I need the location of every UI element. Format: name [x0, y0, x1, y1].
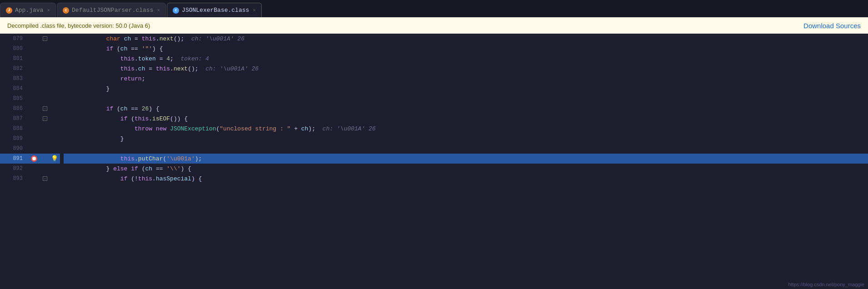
- bulb-890: [49, 144, 60, 154]
- gutter-892: [27, 164, 41, 174]
- bulb-887: [49, 114, 60, 124]
- class-blue-icon: C: [173, 7, 179, 14]
- fold-marker-879[interactable]: −: [43, 36, 47, 41]
- tab-app-java-close[interactable]: ×: [47, 8, 50, 13]
- gutter-891: [27, 154, 41, 164]
- info-bar: Decompiled .class file, bytecode version…: [0, 17, 868, 34]
- line-885: 885: [0, 94, 27, 104]
- fold-889: [41, 134, 49, 144]
- fold-890: [41, 144, 49, 154]
- bulb-886: [49, 104, 60, 114]
- line-886: 886: [0, 104, 27, 114]
- code-line-886: if (ch == 26) {: [64, 104, 868, 114]
- code-line-888: throw new JSONException("unclosed string…: [64, 124, 868, 134]
- bulb-879: [49, 34, 60, 44]
- gutter-886: [27, 104, 41, 114]
- fold-887: −: [41, 114, 49, 124]
- bulb-882: [49, 64, 60, 74]
- fold-marker-893[interactable]: −: [43, 176, 47, 181]
- code-line-885: [64, 94, 868, 104]
- bulb-881: [49, 54, 60, 64]
- code-lines: char ch = this.next(); ch: '\u001A' 26 i…: [60, 34, 868, 289]
- tab-bar: J App.java × C DefaultJSONParser.class ×…: [0, 0, 868, 17]
- gutter-889: [27, 134, 41, 144]
- line-number-gutter: 879 880 881 882 883 884 885 886 887 888 …: [0, 34, 27, 289]
- line-884: 884: [0, 84, 27, 94]
- fold-880: [41, 44, 49, 54]
- java-icon: J: [6, 7, 12, 14]
- line-883: 883: [0, 74, 27, 84]
- bulb-884: [49, 84, 60, 94]
- code-line-884: }: [64, 84, 868, 94]
- gutter-883: [27, 74, 41, 84]
- fold-891: [41, 154, 49, 164]
- gutter-icons: [27, 34, 41, 289]
- gutter-893: [27, 174, 41, 184]
- tab-default-json-parser-close[interactable]: ×: [157, 8, 160, 13]
- bulb-icon-891[interactable]: 💡: [51, 155, 58, 162]
- code-line-879: char ch = this.next(); ch: '\u001A' 26: [64, 34, 868, 44]
- fold-881: [41, 54, 49, 64]
- line-893: 893: [0, 174, 27, 184]
- tab-json-lexer-base[interactable]: C JSONLexerBase.class ×: [167, 3, 262, 17]
- tab-json-lexer-base-close[interactable]: ×: [253, 8, 256, 13]
- fold-marker-886[interactable]: −: [43, 106, 47, 111]
- tab-default-json-parser-label: DefaultJSONParser.class: [72, 7, 153, 14]
- code-line-889: }: [64, 134, 868, 144]
- download-sources-button[interactable]: Download Sources: [803, 22, 861, 30]
- fold-marker-887[interactable]: −: [43, 116, 47, 121]
- code-line-883: return;: [64, 74, 868, 84]
- fold-883: [41, 74, 49, 84]
- breakpoint-icon-891[interactable]: [31, 155, 37, 162]
- code-line-881: this.token = 4; token: 4: [64, 54, 868, 64]
- line-891: 891: [0, 154, 27, 164]
- fold-885: [41, 94, 49, 104]
- gutter-888: [27, 124, 41, 134]
- gutter-879: [27, 34, 41, 44]
- fold-888: [41, 124, 49, 134]
- line-881: 881: [0, 54, 27, 64]
- code-line-892: } else if (ch == '\\') {: [64, 164, 868, 174]
- fold-886: −: [41, 104, 49, 114]
- line-887: 887: [0, 114, 27, 124]
- line-880: 880: [0, 44, 27, 54]
- bulb-885: [49, 94, 60, 104]
- code-line-890: [64, 144, 868, 154]
- gutter-882: [27, 64, 41, 74]
- code-line-887: if (this.isEOF()) {: [64, 114, 868, 124]
- gutter-885: [27, 94, 41, 104]
- code-area: 879 880 881 882 883 884 885 886 887 888 …: [0, 34, 868, 289]
- line-888: 888: [0, 124, 27, 134]
- fold-882: [41, 64, 49, 74]
- bulb-883: [49, 74, 60, 84]
- tab-default-json-parser[interactable]: C DefaultJSONParser.class ×: [57, 3, 166, 17]
- bulb-892: [49, 164, 60, 174]
- tab-json-lexer-base-label: JSONLexerBase.class: [182, 7, 249, 14]
- fold-884: [41, 84, 49, 94]
- tab-app-java-label: App.java: [15, 7, 43, 14]
- line-879: 879: [0, 34, 27, 44]
- line-889: 889: [0, 134, 27, 144]
- code-line-891: this.putChar('\u001a');: [64, 154, 868, 164]
- bulb-891: 💡: [49, 154, 60, 164]
- fold-column: − − − −: [41, 34, 49, 289]
- gutter-880: [27, 44, 41, 54]
- bulb-880: [49, 44, 60, 54]
- bulb-888: [49, 124, 60, 134]
- gutter-887: [27, 114, 41, 124]
- info-text: Decompiled .class file, bytecode version…: [7, 22, 150, 29]
- code-line-882: this.ch = this.next(); ch: '\u001A' 26: [64, 64, 868, 74]
- gutter-890: [27, 144, 41, 154]
- code-line-893: if (!this.hasSpecial) {: [64, 174, 868, 184]
- class-orange-icon: C: [63, 7, 69, 14]
- gutter-881: [27, 54, 41, 64]
- fold-879: −: [41, 34, 49, 44]
- fold-893: −: [41, 174, 49, 184]
- line-890: 890: [0, 144, 27, 154]
- code-line-880: if (ch == '"') {: [64, 44, 868, 54]
- gutter-884: [27, 84, 41, 94]
- bulb-column: 💡: [49, 34, 60, 289]
- line-882: 882: [0, 64, 27, 74]
- tab-app-java[interactable]: J App.java ×: [0, 3, 56, 17]
- line-892: 892: [0, 164, 27, 174]
